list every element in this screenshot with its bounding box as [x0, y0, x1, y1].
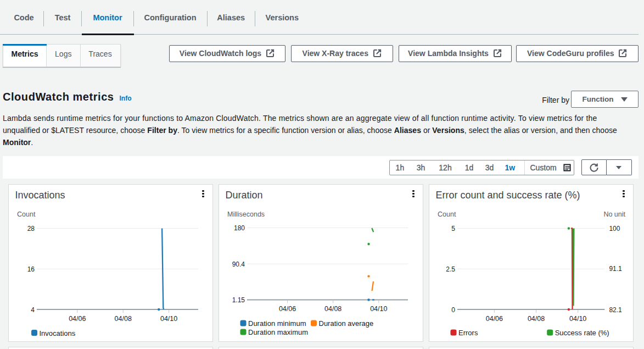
heading-row: CloudWatch metrics Info [3, 90, 132, 103]
y-tick-label: 5 [451, 225, 455, 232]
view-cloudwatch-logs-label: View CloudWatch logs [180, 49, 261, 58]
tab-divider [81, 11, 82, 26]
left-axis-unit-label: Milliseconds [227, 210, 265, 218]
subtab-logs[interactable]: Logs [47, 45, 81, 67]
legend-item[interactable]: Invocations [31, 329, 76, 337]
view-codeguru-profiles-button[interactable]: View CodeGuru profiles [516, 45, 639, 62]
time-range-selector: 1h 3h 12h 1d 3d 1w Custom [389, 160, 574, 176]
metrics-toolbar: 1h 3h 12h 1d 3d 1w Custom [3, 156, 639, 179]
right-axis-unit-label: No unit [603, 210, 625, 218]
refresh-options-button[interactable] [607, 159, 632, 175]
data-line [573, 229, 574, 306]
data-point [367, 298, 369, 301]
subtab-metrics-label: Metrics [11, 49, 38, 58]
view-codeguru-profiles-label: View CodeGuru profiles [527, 49, 614, 58]
info-link[interactable]: Info [120, 95, 132, 102]
subtab-traces[interactable]: Traces [81, 45, 120, 67]
external-link-icon [373, 49, 382, 58]
chevron-down-icon [616, 166, 621, 169]
data-line [372, 281, 373, 291]
duration-card-title: Duration [226, 190, 263, 201]
y-tick-label: 1.15 [232, 296, 245, 304]
tab-divider [207, 11, 208, 26]
page-title: CloudWatch metrics [3, 90, 114, 103]
error-success-card-title: Error count and success rate (%) [436, 190, 580, 201]
next-card-sliver [429, 347, 634, 349]
legend-item[interactable]: Errors [450, 329, 478, 337]
y-tick-label: 2.5 [446, 265, 455, 273]
duration-card: 18090.41.1504/0604/0804/10MillisecondsDu… [219, 184, 423, 342]
view-lambda-insights-button[interactable]: View Lambda Insights [399, 45, 512, 62]
x-tick-label: 04/08 [114, 315, 131, 323]
right-y-tick-label: 82.1 [609, 306, 622, 314]
next-card-sliver [8, 347, 213, 349]
external-link-icon [493, 49, 502, 58]
calendar-icon[interactable] [563, 164, 571, 171]
legend-label: Duration maximum [248, 328, 308, 336]
tab-test[interactable]: Test [55, 13, 71, 23]
kebab-menu-icon[interactable] [199, 189, 207, 198]
right-y-tick-label: 91.1 [609, 265, 622, 273]
x-tick-label: 04/06 [278, 305, 295, 313]
legend-item[interactable]: Success rate (%) [547, 329, 609, 337]
y-tick-label: 180 [233, 224, 244, 232]
monitor-subtabs: Metrics Logs Traces [3, 44, 121, 67]
x-tick-label: 04/06 [69, 315, 86, 323]
next-card-sliver [219, 347, 423, 349]
data-point [367, 275, 369, 277]
description-line: Monitor. [3, 136, 644, 148]
legend-item[interactable]: Duration minimum [240, 319, 306, 328]
x-tick-label: 04/06 [485, 315, 502, 323]
duration-chart: 18090.41.1504/0604/0804/10MillisecondsDu… [219, 185, 424, 341]
tab-divider [255, 11, 255, 26]
legend-swatch [240, 320, 246, 326]
y-tick-label: 0 [451, 306, 455, 314]
filter-by-label: Filter by [542, 96, 569, 104]
legend-swatch [240, 329, 246, 335]
x-tick-label: 04/10 [160, 315, 177, 323]
left-axis-unit-label: Count [438, 210, 456, 218]
subtab-metrics[interactable]: Metrics [3, 45, 47, 67]
x-tick-label: 04/08 [527, 315, 544, 323]
kebab-menu-icon[interactable] [410, 189, 417, 198]
range-divider [524, 160, 525, 175]
legend-label: Invocations [39, 329, 75, 337]
view-lambda-insights-label: View Lambda Insights [408, 49, 489, 58]
external-link-icon [618, 49, 627, 58]
data-point [158, 308, 160, 311]
range-1w[interactable]: 1w [505, 163, 516, 172]
external-link-icon [266, 49, 275, 58]
range-3d[interactable]: 3d [485, 163, 494, 172]
tab-monitor[interactable]: Monitor [93, 13, 122, 23]
data-point [567, 308, 569, 311]
subtab-traces-label: Traces [88, 49, 111, 58]
range-3h[interactable]: 3h [417, 163, 425, 172]
y-tick-label: 4 [31, 306, 35, 314]
range-custom[interactable]: Custom [530, 163, 556, 172]
range-1d[interactable]: 1d [465, 163, 474, 172]
filter-dropdown[interactable]: Function [571, 91, 639, 108]
tab-versions[interactable]: Versions [266, 13, 299, 23]
tab-divider [43, 11, 44, 26]
refresh-button[interactable] [581, 159, 607, 175]
filter-row: Filter by Function [542, 91, 639, 108]
description-text: Lambda sends runtime metrics for your fu… [3, 112, 644, 148]
description-line: unqualified or $LATEST resource, choose … [3, 124, 644, 136]
legend-item[interactable]: Duration average [311, 319, 373, 328]
tab-aliases[interactable]: Aliases [217, 13, 245, 23]
range-12h[interactable]: 12h [439, 163, 451, 172]
tab-configuration[interactable]: Configuration [144, 13, 196, 23]
x-tick-label: 04/08 [324, 305, 341, 313]
data-line [372, 228, 373, 232]
range-1h[interactable]: 1h [396, 163, 405, 172]
view-xray-traces-button[interactable]: View X-Ray traces [291, 45, 393, 62]
legend-item[interactable]: Duration maximum [240, 328, 308, 336]
x-tick-label: 04/10 [569, 315, 586, 323]
error-success-chart: 52.5010091.182.104/0604/0804/10CountNo u… [429, 185, 634, 341]
tab-code[interactable]: Code [14, 13, 33, 23]
active-tab-indicator [82, 34, 134, 35]
kebab-menu-icon[interactable] [620, 189, 628, 198]
view-cloudwatch-logs-button[interactable]: View CloudWatch logs [169, 45, 285, 62]
invocations-chart: 2816404/0604/0804/10CountInvocations [9, 185, 214, 341]
refresh-icon [589, 163, 599, 173]
